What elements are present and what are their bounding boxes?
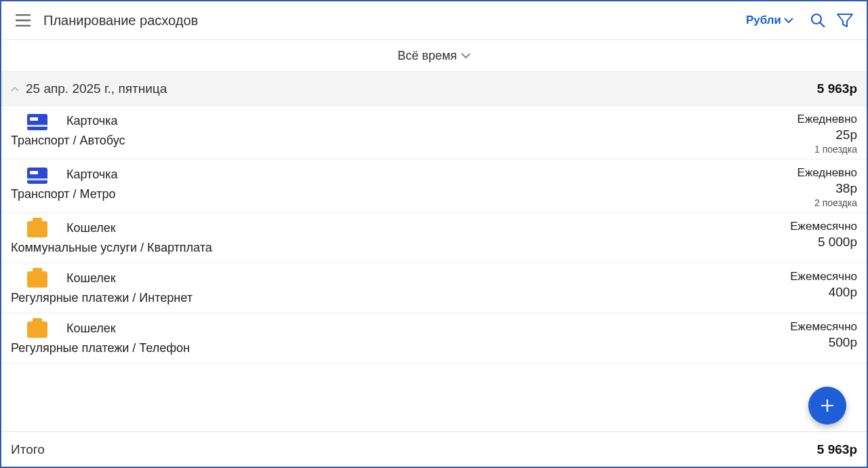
wallet-icon	[27, 271, 47, 288]
filter-button[interactable]	[831, 7, 859, 34]
card-icon	[27, 114, 47, 130]
wallet-icon	[27, 321, 47, 338]
filter-icon	[837, 13, 853, 28]
day-total: 5 963р	[817, 81, 857, 96]
chevron-down-icon	[461, 52, 471, 59]
expense-row[interactable]: КарточкаТранспорт / МетроЕжедневно38р2 п…	[1, 159, 867, 213]
recurrence-label: Ежемесячно	[790, 320, 857, 334]
account-name: Карточка	[66, 168, 749, 182]
menu-button[interactable]	[9, 7, 37, 34]
footer-bar: Итого 5 963р	[1, 431, 867, 467]
menu-icon	[16, 14, 31, 26]
note: 1 поездка	[814, 144, 857, 155]
expense-row[interactable]: КошелекКоммунальные услуги / КвартплатаЕ…	[1, 213, 867, 263]
chevron-down-icon	[784, 17, 793, 24]
category-path: Транспорт / Метро	[11, 187, 749, 201]
amount: 25р	[835, 128, 857, 142]
expense-row[interactable]: КошелекРегулярные платежи / ТелефонЕжеме…	[1, 313, 867, 364]
footer-label: Итого	[11, 442, 45, 457]
amount: 500р	[829, 335, 857, 350]
expense-row[interactable]: КарточкаТранспорт / АвтобусЕжедневно25р1…	[1, 106, 867, 159]
period-label: Всё время	[397, 49, 457, 63]
day-date: 25 апр. 2025 г., пятница	[26, 81, 167, 96]
footer-total: 5 963р	[817, 442, 857, 457]
wallet-icon	[27, 221, 47, 237]
category-path: Коммунальные услуги / Квартплата	[11, 241, 749, 255]
recurrence-label: Ежемесячно	[790, 220, 857, 233]
app-header: Планирование расходов Рубли	[1, 1, 867, 39]
account-name: Кошелек	[66, 321, 749, 336]
currency-dropdown[interactable]: Рубли	[746, 14, 793, 27]
expense-row[interactable]: КошелекРегулярные платежи / ИнтернетЕжем…	[1, 263, 867, 313]
category-path: Транспорт / Автобус	[11, 134, 749, 148]
period-selector[interactable]: Всё время	[1, 39, 867, 72]
day-group-header[interactable]: 25 апр. 2025 г., пятница 5 963р	[1, 72, 867, 106]
page-title: Планирование расходов	[43, 13, 198, 28]
add-expense-button[interactable]	[808, 387, 846, 425]
content-area: 25 апр. 2025 г., пятница 5 963р Карточка…	[1, 72, 867, 467]
search-button[interactable]	[804, 7, 831, 34]
plus-icon	[821, 399, 834, 412]
account-name: Кошелек	[66, 221, 749, 235]
category-path: Регулярные платежи / Интернет	[11, 291, 749, 305]
recurrence-label: Ежемесячно	[790, 270, 857, 284]
search-icon	[810, 13, 825, 28]
category-path: Регулярные платежи / Телефон	[11, 341, 749, 355]
note: 2 поездка	[814, 197, 857, 208]
svg-point-0	[812, 14, 821, 24]
account-name: Карточка	[66, 114, 749, 128]
account-name: Кошелек	[66, 271, 749, 286]
amount: 38р	[835, 181, 857, 196]
card-icon	[27, 168, 47, 184]
currency-label: Рубли	[746, 14, 781, 27]
amount: 5 000р	[818, 235, 857, 250]
expense-list: КарточкаТранспорт / АвтобусЕжедневно25р1…	[1, 106, 867, 364]
chevron-up-icon	[11, 83, 19, 95]
recurrence-label: Ежедневно	[797, 113, 857, 126]
recurrence-label: Ежедневно	[797, 166, 857, 180]
amount: 400р	[829, 285, 857, 300]
